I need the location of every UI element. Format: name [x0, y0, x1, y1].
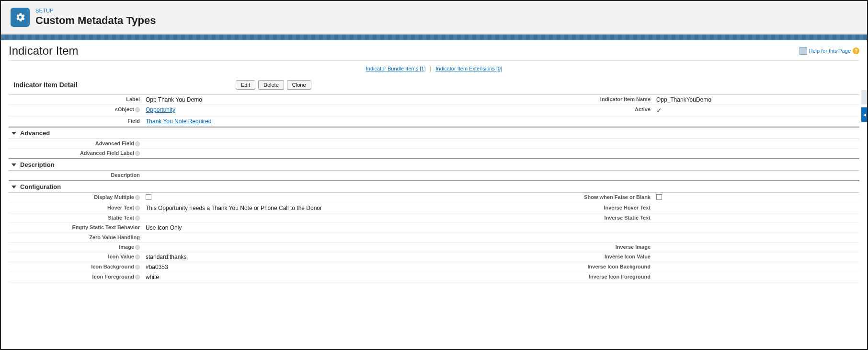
display-multiple-label: Display Multiple: [9, 193, 143, 203]
inverse-static-text-label: Inverse Static Text: [519, 213, 653, 222]
indicator-item-extensions-link[interactable]: Indicator Item Extensions [0]: [435, 66, 502, 71]
check-icon: ✓: [656, 107, 662, 114]
help-icon[interactable]: [135, 265, 140, 269]
icon-value-value: standard:thanks: [143, 252, 519, 262]
sobject-link[interactable]: Opportunity: [146, 106, 175, 113]
empty-static-text-behavior-label: Empty Static Text Behavior: [9, 223, 143, 233]
display-multiple-value: [143, 193, 519, 203]
decorative-strip: [1, 35, 867, 40]
page-title: Indicator Item: [9, 44, 78, 58]
field-label-value: Opp Thank You Demo: [143, 95, 519, 105]
show-when-false-label: Show when False or Blank: [519, 193, 653, 203]
hover-text-label: Hover Text: [9, 203, 143, 213]
field-field-label: Field: [9, 117, 143, 126]
section-description-header[interactable]: Description: [9, 158, 859, 171]
setup-header: SETUP Custom Metadata Types: [1, 1, 867, 35]
help-icon[interactable]: [135, 195, 140, 200]
unchecked-checkbox-icon: [146, 194, 151, 200]
field-label-label: Label: [9, 95, 143, 105]
description-label: Description: [9, 171, 143, 180]
icon-background-label: Icon Background: [9, 262, 143, 272]
field-sobject-value: Opportunity: [143, 105, 519, 116]
field-field-value: Thank You Note Required: [143, 117, 519, 126]
static-text-label: Static Text: [9, 213, 143, 222]
help-label: Help for this Page: [809, 48, 851, 54]
field-indicator-item-name-label: Indicator Item Name: [519, 95, 653, 105]
help-for-this-page-link[interactable]: Help for this Page ?: [799, 47, 859, 55]
header-title: Custom Metadata Types: [35, 14, 156, 27]
icon-value-label: Icon Value: [9, 252, 143, 262]
icon-foreground-value: white: [143, 272, 519, 282]
help-icon[interactable]: [135, 206, 140, 210]
inverse-icon-foreground-label: Inverse Icon Foreground: [519, 272, 653, 282]
side-panel-ghost: [861, 90, 868, 105]
advanced-field-label: Advanced Field: [9, 139, 143, 148]
section-configuration-header[interactable]: Configuration: [9, 180, 859, 193]
help-icon[interactable]: [135, 141, 140, 146]
header-text: SETUP Custom Metadata Types: [35, 8, 156, 27]
inverse-hover-text-label: Inverse Hover Text: [519, 203, 653, 213]
inverse-icon-value-label: Inverse Icon Value: [519, 252, 653, 262]
empty-static-text-behavior-value: Use Icon Only: [143, 223, 519, 233]
icon-foreground-label: Icon Foreground: [9, 272, 143, 282]
field-active-label: Active: [519, 105, 653, 116]
field-sobject-label: sObject: [9, 105, 143, 116]
related-links: Indicator Bundle Items [1] | Indicator I…: [9, 61, 859, 78]
question-icon: ?: [853, 47, 859, 54]
help-icon[interactable]: [135, 275, 140, 280]
gear-icon: [11, 8, 30, 27]
header-eyebrow: SETUP: [35, 8, 156, 13]
field-active-value: ✓: [653, 105, 859, 116]
advanced-field-label-label: Advanced Field Label: [9, 149, 143, 158]
field-indicator-item-name-value: Opp_ThankYouDemo: [653, 95, 859, 105]
help-icon[interactable]: [135, 107, 140, 112]
show-when-false-value: [653, 193, 859, 203]
chevron-down-icon: [11, 163, 16, 166]
help-icon[interactable]: [135, 216, 140, 221]
clone-button[interactable]: Clone: [287, 80, 311, 90]
indicator-bundle-items-link[interactable]: Indicator Bundle Items [1]: [366, 66, 426, 71]
icon-background-value: #ba0353: [143, 262, 519, 272]
help-icon[interactable]: [135, 245, 140, 250]
hover-text-value: This Opportunity needs a Thank You Note …: [143, 203, 519, 213]
delete-button[interactable]: Delete: [258, 80, 284, 90]
edit-button[interactable]: Edit: [236, 80, 255, 90]
zero-value-handling-label: Zero Value Handling: [9, 233, 143, 242]
field-link[interactable]: Thank You Note Required: [146, 118, 211, 125]
section-advanced-header[interactable]: Advanced: [9, 127, 859, 139]
detail-section-title: Indicator Item Detail: [13, 81, 224, 89]
side-panel-toggle[interactable]: ◂: [861, 107, 868, 122]
inverse-icon-background-label: Inverse Icon Background: [519, 262, 653, 272]
unchecked-checkbox-icon: [656, 194, 662, 200]
chevron-left-icon: ◂: [863, 111, 866, 118]
inverse-image-label: Inverse Image: [519, 243, 653, 252]
chevron-down-icon: [11, 132, 16, 135]
chevron-down-icon: [11, 186, 16, 188]
help-icon[interactable]: [135, 255, 140, 259]
image-label: Image: [9, 243, 143, 252]
help-page-icon: [799, 47, 807, 55]
help-icon[interactable]: [135, 151, 140, 156]
